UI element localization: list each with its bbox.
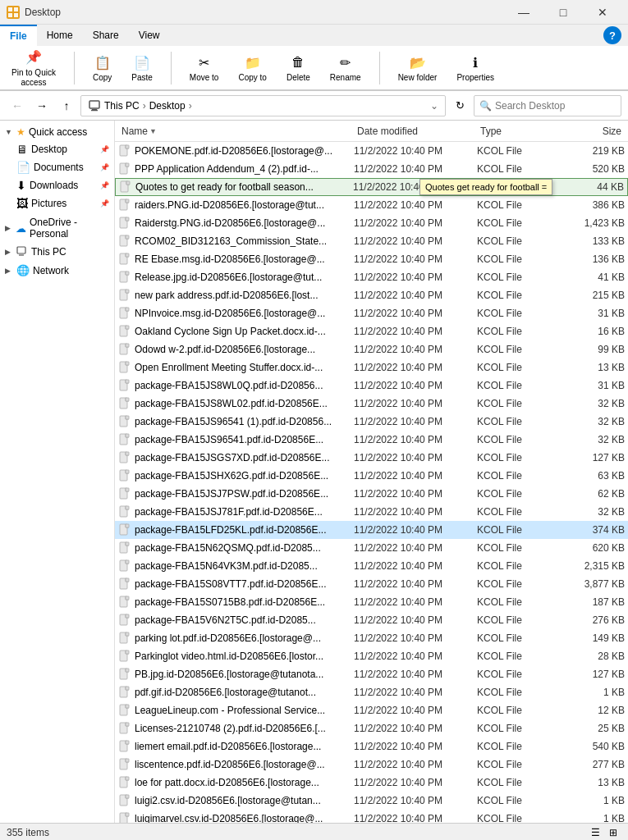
file-name: RE Ebase.msg.id-D20856E6.[lostorage@... bbox=[135, 253, 354, 265]
file-row[interactable]: package-FBA15JSJ781F.pdf.id-D20856E... 1… bbox=[115, 503, 628, 521]
col-header-size[interactable]: Size bbox=[559, 121, 625, 142]
file-icon bbox=[118, 325, 131, 338]
file-row[interactable]: new park address.pdf.id-D20856E6.[lost..… bbox=[115, 286, 628, 304]
file-row[interactable]: package-FBA15V6N2T5C.pdf.id-D2085... 11/… bbox=[115, 611, 628, 629]
sidebar-item-pictures[interactable]: 🖼 Pictures 📌 bbox=[0, 194, 114, 212]
breadcrumb-desktop[interactable]: Desktop bbox=[149, 100, 186, 112]
properties-button[interactable]: ℹ Properties bbox=[452, 52, 499, 84]
new-folder-button[interactable]: 📂 New folder bbox=[393, 52, 442, 84]
sidebar-group-onedrive[interactable]: ▶ ☁ OneDrive - Personal bbox=[0, 214, 114, 242]
help-button[interactable]: ? bbox=[603, 26, 621, 44]
svg-rect-30 bbox=[126, 326, 129, 329]
file-row[interactable]: package-FBA15LFD25KL.pdf.id-D20856E... 1… bbox=[115, 521, 628, 539]
file-icon bbox=[118, 541, 131, 555]
file-size: 32 KB bbox=[559, 434, 625, 445]
list-view-button[interactable]: ☰ bbox=[587, 824, 603, 841]
tab-share[interactable]: Share bbox=[83, 25, 129, 46]
sidebar-item-desktop[interactable]: 🖥 Desktop 📌 bbox=[0, 140, 114, 158]
file-row[interactable]: package-FBA15N62QSMQ.pdf.id-D2085... 11/… bbox=[115, 539, 628, 557]
file-date: 11/2/2022 10:40 PM bbox=[354, 560, 477, 572]
grid-view-button[interactable]: ⊞ bbox=[605, 824, 621, 841]
svg-rect-46 bbox=[126, 470, 129, 473]
file-row[interactable]: PB.jpg.id-D20856E6.[lostorage@tutanota..… bbox=[115, 665, 628, 683]
file-date: 11/2/2022 10:40 PM bbox=[354, 398, 477, 409]
file-icon bbox=[118, 740, 131, 753]
sidebar-group-network[interactable]: ▶ 🌐 Network bbox=[0, 262, 114, 279]
file-date: 11/2/2022 10:40 PM bbox=[354, 578, 477, 590]
back-button[interactable]: ← bbox=[7, 95, 28, 116]
file-row[interactable]: package-FBA15JS8WL02.pdf.id-D20856E... 1… bbox=[115, 395, 628, 413]
close-button[interactable]: ✕ bbox=[584, 0, 621, 25]
search-input[interactable] bbox=[495, 100, 618, 112]
minimize-button[interactable]: ― bbox=[505, 0, 543, 25]
file-row[interactable]: package-FBA15JSHX62G.pdf.id-D20856E... 1… bbox=[115, 467, 628, 485]
sidebar-quick-access-label: Quick access bbox=[29, 126, 87, 138]
file-row[interactable]: liemert email.pdf.id-D20856E6.[lostorage… bbox=[115, 737, 628, 756]
sidebar-item-downloads[interactable]: ⬇ Downloads 📌 bbox=[0, 176, 114, 194]
file-row[interactable]: RE Ebase.msg.id-D20856E6.[lostorage@... … bbox=[115, 250, 628, 268]
up-button[interactable]: ↑ bbox=[56, 95, 77, 116]
col-size-label: Size bbox=[603, 126, 621, 137]
sidebar-group-thispc[interactable]: ▶ This PC bbox=[0, 244, 114, 260]
tab-file[interactable]: File bbox=[0, 25, 37, 46]
file-row[interactable]: package-FBA15JSJ7PSW.pdf.id-D20856E... 1… bbox=[115, 485, 628, 503]
file-row[interactable]: package-FBA15N64VK3M.pdf.id-D2085... 11/… bbox=[115, 557, 628, 575]
tab-home[interactable]: Home bbox=[37, 25, 83, 46]
file-icon bbox=[118, 361, 131, 374]
breadcrumb[interactable]: This PC › Desktop › ⌄ bbox=[80, 95, 446, 116]
file-type: KCOL File bbox=[477, 199, 559, 211]
file-row[interactable]: raiders.PNG.id-D20856E6.[lostorage@tut..… bbox=[115, 196, 628, 214]
col-header-name[interactable]: Name ▼ bbox=[118, 121, 354, 142]
file-row[interactable]: package-FBA15S08VTT7.pdf.id-D20856E... 1… bbox=[115, 575, 628, 593]
file-row[interactable]: package-FBA15JS8WL0Q.pdf.id-D20856... 11… bbox=[115, 377, 628, 395]
file-name: package-FBA15JSGS7XD.pdf.id-D20856E... bbox=[135, 452, 354, 463]
file-row[interactable]: PPP Application Addendum_4 (2).pdf.id-..… bbox=[115, 160, 628, 178]
delete-button[interactable]: 🗑 Delete bbox=[282, 52, 315, 84]
breadcrumb-thispc[interactable]: This PC bbox=[104, 100, 140, 112]
file-row[interactable]: Odowd w-2.pdf.id-D20856E6.[lostorage... … bbox=[115, 340, 628, 358]
sidebar-item-documents[interactable]: 📄 Documents 📌 bbox=[0, 158, 114, 176]
file-row[interactable]: loe for patt.docx.id-D20856E6.[lostorage… bbox=[115, 774, 628, 792]
copy-to-button[interactable]: 📁 Copy to bbox=[233, 52, 271, 84]
maximize-button[interactable]: □ bbox=[544, 0, 582, 25]
search-box[interactable]: 🔍 bbox=[474, 95, 621, 116]
file-name: NPInvoice.msg.id-D20856E6.[lostorage@... bbox=[135, 308, 354, 319]
paste-button[interactable]: 📄 Paste bbox=[126, 52, 158, 84]
pin-quick-access-button[interactable]: 📌 Pin to Quickaccess bbox=[7, 47, 61, 89]
file-row[interactable]: NPInvoice.msg.id-D20856E6.[lostorage@...… bbox=[115, 304, 628, 322]
file-row[interactable]: LeagueLineup.com - Professional Service.… bbox=[115, 701, 628, 719]
forward-button[interactable]: → bbox=[31, 95, 53, 116]
col-type-label: Type bbox=[480, 126, 502, 137]
file-row[interactable]: Licenses-21210748 (2).pdf.id-D20856E6.[.… bbox=[115, 719, 628, 737]
col-header-type[interactable]: Type bbox=[477, 121, 559, 142]
refresh-button[interactable]: ↻ bbox=[449, 95, 470, 116]
file-row[interactable]: luigimarvel.csv.id-D20856E6.[lostorage@.… bbox=[115, 810, 628, 823]
file-row[interactable]: POKEMONE.pdf.id-D20856E6.[lostorage@... … bbox=[115, 142, 628, 160]
file-row[interactable]: Parkinglot video.html.id-D20856E6.[losto… bbox=[115, 647, 628, 665]
file-row[interactable]: Raiderstg.PNG.id-D20856E6.[lostorage@...… bbox=[115, 214, 628, 232]
file-icon bbox=[118, 343, 131, 356]
tab-view[interactable]: View bbox=[129, 25, 170, 46]
computer-icon bbox=[16, 246, 28, 258]
breadcrumb-dropdown[interactable]: ⌄ bbox=[430, 100, 438, 112]
copy-button[interactable]: 📋 Copy bbox=[88, 52, 117, 84]
move-to-button[interactable]: ✂ Move to bbox=[185, 52, 224, 84]
file-row[interactable]: package-FBA15S0715B8.pdf.id-D20856E... 1… bbox=[115, 593, 628, 611]
file-row[interactable]: package-FBA15JSGS7XD.pdf.id-D20856E... 1… bbox=[115, 449, 628, 467]
file-icon bbox=[119, 180, 132, 194]
file-row[interactable]: luigi2.csv.id-D20856E6.[lostorage@tutan.… bbox=[115, 792, 628, 810]
file-row[interactable]: package-FBA15JS96541 (1).pdf.id-D20856..… bbox=[115, 413, 628, 431]
file-row[interactable]: Oakland Cyclone Sign Up Packet.docx.id-.… bbox=[115, 322, 628, 340]
file-icon bbox=[118, 523, 131, 536]
rename-button[interactable]: ✏ Rename bbox=[325, 52, 366, 84]
file-row[interactable]: liscentence.pdf.id-D20856E6.[lostorage@.… bbox=[115, 756, 628, 774]
file-row[interactable]: pdf.gif.id-D20856E6.[lostorage@tutanot..… bbox=[115, 683, 628, 701]
file-row[interactable]: Release.jpg.id-D20856E6.[lostorage@tut..… bbox=[115, 268, 628, 286]
file-row[interactable]: Open Enrollment Meeting Stuffer.docx.id-… bbox=[115, 358, 628, 377]
sidebar-group-quick-access[interactable]: ▼ ★ Quick access bbox=[0, 124, 114, 140]
file-row[interactable]: Quotes to get ready for football season.… bbox=[115, 178, 628, 196]
file-row[interactable]: package-FBA15JS96541.pdf.id-D20856E... 1… bbox=[115, 431, 628, 449]
file-row[interactable]: parking lot.pdf.id-D20856E6.[lostorage@.… bbox=[115, 629, 628, 647]
col-header-date[interactable]: Date modified bbox=[354, 121, 477, 142]
file-row[interactable]: RCOM02_BID312163_Commission_State... 11/… bbox=[115, 232, 628, 250]
